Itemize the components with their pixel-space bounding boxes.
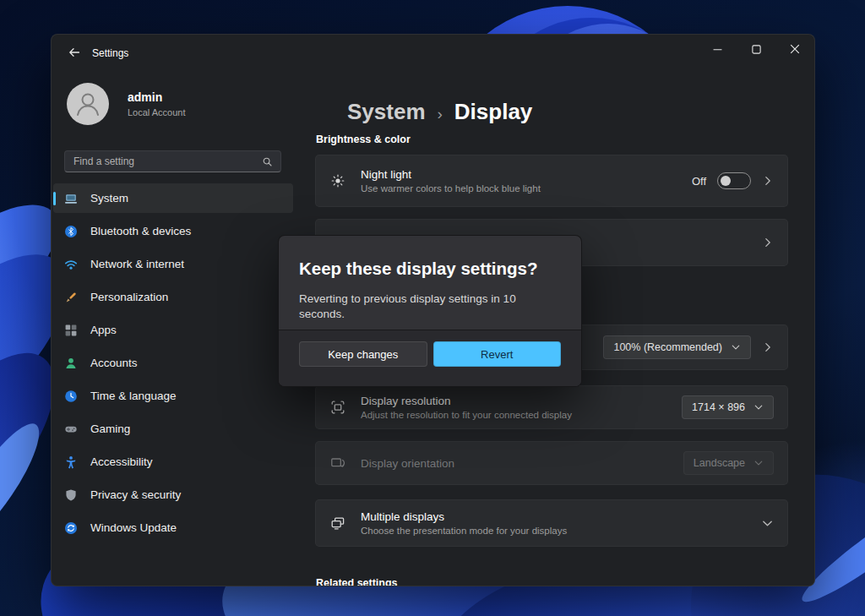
night-light-subtitle: Use warmer colors to help block blue lig… bbox=[361, 183, 692, 194]
breadcrumb-system[interactable]: System bbox=[347, 99, 426, 125]
account-type: Local Account bbox=[128, 107, 186, 117]
keep-changes-button[interactable]: Keep changes bbox=[299, 341, 427, 367]
search-box bbox=[64, 150, 281, 172]
dialog-message: Reverting to previous display settings i… bbox=[299, 292, 561, 322]
back-icon bbox=[68, 46, 81, 59]
sidebar-item-network-internet[interactable]: Network & internet bbox=[53, 249, 293, 279]
close-icon bbox=[790, 44, 800, 54]
account-card[interactable]: admin Local Account bbox=[67, 83, 186, 125]
sidebar-item-label: Accessibility bbox=[90, 455, 153, 468]
orientation-dropdown-value: Landscape bbox=[694, 457, 745, 469]
avatar bbox=[67, 83, 109, 125]
display-resolution-subtitle: Adjust the resolution to fit your connec… bbox=[361, 410, 682, 420]
display-orientation-title: Display orientation bbox=[361, 457, 683, 470]
sidebar-item-system[interactable]: System bbox=[53, 183, 293, 213]
personalization-icon bbox=[64, 291, 78, 304]
sidebar-item-gaming[interactable]: Gaming bbox=[53, 414, 293, 444]
minimize-icon bbox=[713, 45, 722, 54]
close-button[interactable] bbox=[775, 35, 814, 63]
night-light-icon bbox=[329, 172, 346, 189]
toggle-knob bbox=[721, 176, 731, 186]
sidebar-item-windows-update[interactable]: Windows Update bbox=[53, 513, 293, 542]
app-title: Settings bbox=[92, 47, 128, 59]
multiple-displays-subtitle: Choose the presentation mode for your di… bbox=[361, 526, 761, 536]
sidebar-item-label: Apps bbox=[90, 324, 117, 336]
display-resolution-title: Display resolution bbox=[361, 395, 682, 407]
sidebar-item-personalization[interactable]: Personalization bbox=[53, 282, 293, 312]
search-input[interactable] bbox=[73, 155, 261, 167]
dialog-footer: Keep changes Revert bbox=[279, 330, 581, 386]
resolution-dropdown[interactable]: 1714 × 896 bbox=[682, 395, 774, 419]
time-language-icon bbox=[64, 390, 78, 403]
revert-button[interactable]: Revert bbox=[433, 341, 562, 367]
night-light-title: Night light bbox=[361, 168, 692, 181]
multiple-displays-icon bbox=[329, 515, 346, 532]
setting-row-display-resolution[interactable]: Display resolution Adjust the resolution… bbox=[315, 385, 788, 429]
scale-dropdown-value: 100% (Recommended) bbox=[613, 341, 722, 353]
sidebar-item-accounts[interactable]: Accounts bbox=[53, 348, 293, 378]
network-icon bbox=[64, 258, 78, 271]
setting-row-display-orientation: Display orientation Landscape bbox=[315, 441, 788, 485]
sidebar-item-accessibility[interactable]: Accessibility bbox=[53, 447, 293, 477]
section-brightness-color: Brightness & color bbox=[316, 134, 411, 145]
accessibility-icon bbox=[64, 455, 78, 469]
scale-dropdown[interactable]: 100% (Recommended) bbox=[603, 335, 751, 359]
setting-row-night-light[interactable]: Night light Use warmer colors to help bl… bbox=[315, 155, 788, 207]
orientation-dropdown: Landscape bbox=[683, 451, 774, 475]
window-controls bbox=[698, 35, 814, 63]
resolution-dropdown-value: 1714 × 896 bbox=[692, 401, 745, 413]
sidebar-item-label: Network & internet bbox=[90, 258, 184, 270]
display-resolution-icon bbox=[329, 399, 346, 416]
sidebar-item-apps[interactable]: Apps bbox=[53, 315, 293, 345]
sidebar-item-bluetooth-devices[interactable]: Bluetooth & devices bbox=[53, 216, 293, 246]
chevron-down-icon bbox=[753, 402, 764, 412]
sidebar-nav: System Bluetooth & devices Network & int… bbox=[53, 183, 293, 542]
chevron-down-icon bbox=[753, 458, 764, 468]
sidebar-item-label: Accounts bbox=[90, 357, 138, 369]
windows-update-icon bbox=[64, 521, 78, 535]
breadcrumb-separator: › bbox=[438, 105, 443, 123]
sidebar-item-label: Time & language bbox=[90, 390, 177, 402]
sidebar-item-privacy-security[interactable]: Privacy & security bbox=[53, 480, 293, 510]
night-light-toggle[interactable] bbox=[717, 172, 751, 189]
multiple-displays-title: Multiple displays bbox=[361, 510, 761, 523]
sidebar-item-label: Windows Update bbox=[90, 521, 177, 534]
sidebar-item-label: System bbox=[90, 192, 128, 204]
display-orientation-icon bbox=[329, 455, 346, 472]
system-icon bbox=[64, 192, 78, 205]
bluetooth-icon bbox=[64, 225, 78, 238]
keep-display-settings-dialog: Keep these display settings? Reverting t… bbox=[278, 235, 582, 387]
settings-window: Settings bbox=[51, 34, 815, 586]
chevron-right-icon bbox=[762, 341, 774, 353]
chevron-right-icon bbox=[762, 237, 774, 248]
chevron-down-icon bbox=[761, 517, 774, 530]
sidebar-item-label: Personalization bbox=[90, 291, 168, 303]
chevron-down-icon bbox=[731, 342, 741, 352]
sidebar-item-label: Privacy & security bbox=[90, 488, 181, 501]
sidebar-item-label: Bluetooth & devices bbox=[90, 225, 191, 237]
privacy-security-icon bbox=[64, 488, 78, 502]
account-name: admin bbox=[128, 90, 186, 104]
page-title: Display bbox=[454, 99, 533, 125]
minimize-button[interactable] bbox=[698, 35, 737, 63]
sidebar: admin Local Account System Bluetooth & d… bbox=[52, 68, 307, 586]
titlebar: Settings bbox=[52, 35, 814, 68]
back-button[interactable] bbox=[62, 41, 87, 63]
gaming-icon bbox=[64, 422, 78, 436]
sidebar-item-label: Gaming bbox=[90, 422, 130, 435]
search-icon bbox=[261, 155, 274, 168]
sidebar-item-time-language[interactable]: Time & language bbox=[53, 381, 293, 411]
accounts-icon bbox=[64, 357, 78, 370]
dialog-title: Keep these display settings? bbox=[299, 257, 561, 281]
breadcrumb: System › Display bbox=[347, 99, 532, 125]
chevron-right-icon bbox=[762, 175, 774, 187]
maximize-icon bbox=[752, 45, 761, 54]
apps-icon bbox=[64, 324, 78, 337]
desktop: Settings bbox=[0, 0, 865, 616]
night-light-toggle-label: Off bbox=[692, 175, 706, 188]
setting-row-multiple-displays[interactable]: Multiple displays Choose the presentatio… bbox=[315, 499, 788, 547]
section-related-settings: Related settings bbox=[316, 577, 398, 586]
maximize-button[interactable] bbox=[737, 35, 775, 63]
